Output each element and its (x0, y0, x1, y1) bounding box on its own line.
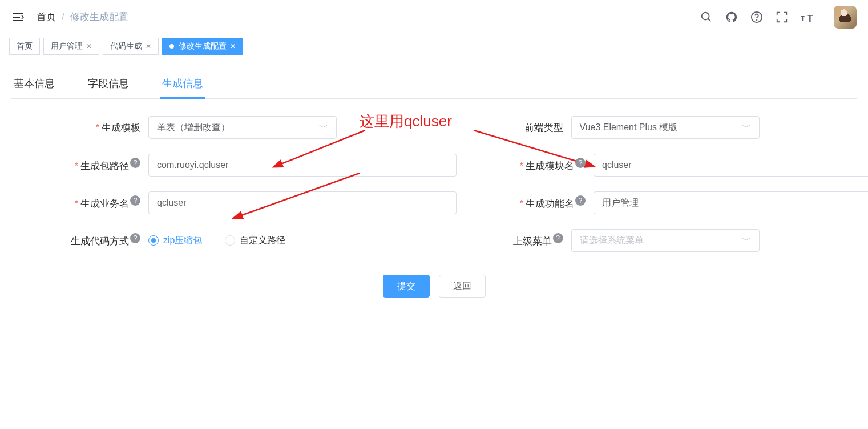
label-parent: 上级菜单? (434, 233, 571, 248)
label-genmode: 生成代码方式? (11, 233, 148, 248)
fontsize-icon[interactable]: TT (801, 11, 815, 23)
help-tip-icon[interactable]: ? (553, 233, 563, 243)
input-package[interactable] (148, 154, 457, 177)
radio-icon (148, 235, 159, 246)
tab-label: 代码生成 (110, 41, 142, 51)
chevron-down-icon: ﹀ (319, 122, 328, 134)
close-icon[interactable]: ✕ (86, 42, 92, 50)
select-parent-menu[interactable]: 请选择系统菜单 ﹀ (571, 229, 760, 252)
input-function[interactable] (594, 191, 868, 214)
submit-button[interactable]: 提交 (383, 275, 430, 298)
radio-group-genmode: zip压缩包 自定义路径 (148, 235, 285, 247)
breadcrumb: 首页 / 修改生成配置 (37, 10, 128, 23)
label-template: *生成模板 (11, 121, 148, 134)
help-tip-icon[interactable]: ? (575, 195, 586, 206)
svg-line-4 (708, 18, 711, 21)
select-placeholder: 请选择系统菜单 (580, 235, 644, 247)
help-tip-icon[interactable]: ? (575, 158, 586, 168)
tab-user-mgmt[interactable]: 用户管理✕ (43, 38, 99, 55)
avatar[interactable] (834, 6, 857, 29)
label-business: *生成业务名? (11, 195, 148, 210)
tab-label: 用户管理 (51, 41, 83, 51)
back-button[interactable]: 返回 (439, 275, 486, 298)
breadcrumb-sep: / (62, 11, 64, 23)
close-icon[interactable]: ✕ (146, 42, 151, 50)
svg-point-3 (702, 12, 709, 19)
chevron-down-icon: ﹀ (742, 235, 751, 247)
app-header: 首页 / 修改生成配置 TT (0, 0, 868, 34)
label-function: *生成功能名? (457, 195, 594, 210)
svg-text:T: T (807, 13, 813, 23)
hamburger-icon[interactable] (11, 10, 25, 24)
select-value: Vue3 Element Plus 模版 (580, 122, 678, 134)
help-tip-icon[interactable]: ? (130, 195, 140, 206)
radio-custom[interactable]: 自定义路径 (225, 235, 285, 247)
breadcrumb-current: 修改生成配置 (70, 10, 128, 23)
gen-form: 这里用qcluser *生成模板 单表（增删改查） ﹀ 前端类型 Vue3 El… (11, 116, 857, 298)
inner-tab-basic[interactable]: 基本信息 (11, 71, 57, 98)
label-package: *生成包路径? (11, 158, 148, 173)
search-icon[interactable] (700, 11, 713, 23)
radio-zip[interactable]: zip压缩包 (148, 235, 202, 247)
tab-edit-gen-config[interactable]: 修改生成配置✕ (162, 38, 243, 55)
inner-tab-fields[interactable]: 字段信息 (86, 71, 131, 98)
input-business[interactable] (148, 191, 457, 214)
breadcrumb-home[interactable]: 首页 (37, 10, 56, 23)
help-tip-icon[interactable]: ? (130, 233, 140, 243)
tabs-bar: 首页 用户管理✕ 代码生成✕ 修改生成配置✕ (0, 34, 868, 59)
tab-home[interactable]: 首页 (9, 38, 40, 55)
label-frontend: 前端类型 (434, 121, 571, 134)
svg-point-6 (757, 19, 757, 20)
inner-tab-gen[interactable]: 生成信息 (160, 71, 205, 98)
content-area: 基本信息 字段信息 生成信息 这里用qcluser *生成模板 单表（增删改查）… (0, 59, 868, 309)
label-module: *生成模块名? (457, 158, 594, 173)
chevron-down-icon: ﹀ (742, 122, 751, 134)
tab-label: 修改生成配置 (179, 41, 227, 51)
radio-label: zip压缩包 (163, 235, 202, 247)
fullscreen-icon[interactable] (776, 11, 788, 23)
radio-label: 自定义路径 (240, 235, 285, 247)
help-tip-icon[interactable]: ? (130, 158, 140, 168)
github-icon[interactable] (725, 11, 738, 23)
help-icon[interactable] (750, 11, 763, 23)
header-right: TT (700, 6, 857, 29)
form-actions: 提交 返回 (11, 275, 857, 298)
select-template[interactable]: 单表（增删改查） ﹀ (148, 116, 337, 139)
svg-text:T: T (801, 14, 805, 21)
select-frontend[interactable]: Vue3 Element Plus 模版 ﹀ (571, 116, 760, 139)
tab-code-gen[interactable]: 代码生成✕ (103, 38, 159, 55)
select-value: 单表（增删改查） (157, 122, 230, 134)
tab-label: 首页 (17, 41, 33, 51)
header-left: 首页 / 修改生成配置 (11, 10, 700, 24)
radio-icon (225, 235, 235, 246)
close-icon[interactable]: ✕ (230, 42, 236, 50)
inner-tabs: 基本信息 字段信息 生成信息 (11, 71, 857, 99)
input-module[interactable] (594, 154, 868, 177)
